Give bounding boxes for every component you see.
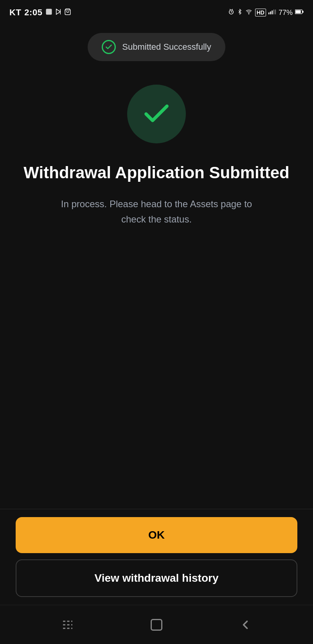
status-bar-right: HD 77% [228,8,304,17]
bag-icon [64,8,71,17]
svg-rect-14 [302,11,304,13]
svg-point-7 [248,14,249,14]
svg-rect-12 [275,9,276,14]
svg-rect-9 [270,11,271,14]
success-circle-icon [127,85,186,143]
toast-notification: Submitted Successfully [88,33,225,61]
notification-icon [45,8,52,17]
svg-rect-8 [268,13,270,14]
toast-container: Submitted Successfully [0,24,313,61]
bottom-section: OK View withdrawal history [0,509,313,605]
svg-rect-0 [46,9,52,15]
signal-icon [268,9,276,16]
success-title: Withdrawal Application Submitted [23,163,289,183]
nav-bar [0,605,313,644]
toast-message: Submitted Successfully [122,42,211,52]
svg-rect-25 [151,619,162,630]
alarm-icon [228,8,235,17]
toast-check-icon [102,40,116,54]
nav-recents-icon[interactable] [56,613,79,637]
status-time: 2:05 [24,7,42,18]
ok-button[interactable]: OK [16,517,297,553]
status-bar-left: KT 2:05 [9,7,71,18]
status-carrier: KT [9,7,21,18]
svg-rect-15 [295,10,301,13]
svg-line-5 [230,9,230,10]
nav-home-icon[interactable] [145,613,168,637]
battery-icon [295,9,304,16]
bluetooth-icon [237,8,243,17]
hd-icon: HD [255,9,266,16]
nav-back-icon[interactable] [234,613,257,637]
media-icon [55,8,62,17]
view-withdrawal-history-button[interactable]: View withdrawal history [16,559,297,597]
wifi-icon [245,9,253,16]
success-description: In process. Please head to the Assets pa… [59,197,254,227]
battery-indicator: 77% [279,9,293,17]
status-icons-left [45,8,71,17]
svg-line-6 [232,9,233,10]
svg-rect-11 [273,9,274,14]
main-content: Withdrawal Application Submitted In proc… [0,61,313,509]
svg-rect-10 [272,11,273,14]
status-bar: KT 2:05 HD [0,0,313,24]
svg-marker-1 [56,9,61,14]
